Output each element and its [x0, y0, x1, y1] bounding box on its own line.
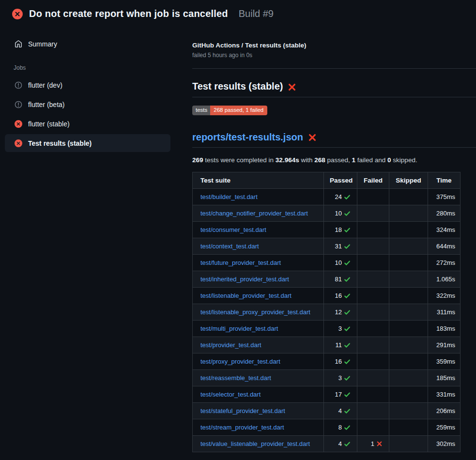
report-file-link[interactable]: reports/test-results.json: [192, 132, 303, 143]
table-row: test/change_notifier_provider_test.dart …: [193, 205, 461, 221]
passed-value: 31: [335, 243, 342, 250]
table-row: test/consumer_test.dart 18 324ms: [193, 221, 461, 238]
test-suite-link[interactable]: test/provider_test.dart: [200, 341, 261, 349]
sidebar-item-flutter-stable[interactable]: flutter (stable): [5, 115, 170, 133]
check-icon: [344, 408, 351, 414]
column-header-time: Time: [428, 172, 461, 188]
total-count: 269: [192, 156, 203, 164]
passed-cell-content: 4: [338, 440, 351, 447]
table-row: test/inherited_provider_test.dart 81 1.0…: [193, 271, 461, 287]
failed-x-icon: [288, 83, 296, 92]
summary-text: failed and: [355, 156, 387, 164]
check-icon: [344, 391, 351, 398]
check-icon: [344, 342, 351, 349]
jobs-list: flutter (dev) flutter (beta) flutter (st…: [5, 76, 170, 152]
test-suite-link[interactable]: test/stream_provider_test.dart: [200, 424, 284, 431]
table-row: test/reassemble_test.dart 3 185ms: [193, 369, 461, 386]
test-suite-link[interactable]: test/proxy_provider_test.dart: [200, 358, 280, 365]
check-icon: [344, 309, 351, 316]
test-suite-link[interactable]: test/builder_test.dart: [200, 193, 258, 200]
check-icon: [344, 260, 351, 266]
time-value: 1.065s: [428, 271, 461, 287]
x-circle-fill-icon: [12, 9, 23, 19]
passed-cell-content: 81: [335, 276, 351, 283]
check-icon: [344, 358, 351, 365]
test-suite-link[interactable]: test/listenable_provider_test.dart: [200, 292, 292, 299]
badge-value: 268 passed, 1 failed: [210, 106, 267, 115]
passed-value: 10: [335, 259, 342, 266]
neutral-status-icon: [15, 81, 22, 89]
check-icon: [344, 194, 351, 200]
time-value: 280ms: [428, 205, 461, 221]
test-suite-link[interactable]: test/future_provider_test.dart: [200, 259, 281, 266]
failed-value: 1: [371, 440, 374, 447]
check-icon: [344, 292, 351, 299]
passed-value: 12: [335, 308, 342, 316]
time-value: 183ms: [428, 320, 461, 337]
test-suite-link[interactable]: test/context_test.dart: [200, 243, 259, 250]
test-suite-link[interactable]: test/stateful_provider_test.dart: [200, 407, 285, 414]
passed-value: 24: [335, 193, 342, 200]
passed-value: 3: [338, 374, 342, 382]
passed-cell-content: 16: [335, 292, 351, 299]
passed-cell-content: 31: [335, 243, 351, 250]
summary-line: 269 tests were completed in 32.964s with…: [192, 156, 476, 164]
passed-value: 10: [335, 210, 342, 217]
check-icon: [344, 375, 351, 382]
table-row: test/builder_test.dart 24 375ms: [193, 188, 461, 205]
test-suite-link[interactable]: test/selector_test.dart: [200, 391, 261, 398]
sidebar-item-test-results-stable[interactable]: Test results (stable): [5, 134, 170, 152]
test-suite-link[interactable]: test/listenable_proxy_provider_test.dart: [200, 308, 310, 316]
failed-cell-content: 1: [371, 440, 383, 447]
passed-cell-content: 24: [335, 193, 351, 200]
report-heading: reports/test-results.json: [192, 132, 476, 148]
run-meta: failed 5 hours ago in 0s: [192, 52, 476, 59]
passed-cell-content: 18: [335, 226, 351, 233]
sidebar-item-flutter-dev[interactable]: flutter (dev): [5, 76, 170, 94]
column-header-test-suite: Test suite: [193, 172, 324, 188]
time-value: 311ms: [428, 304, 461, 320]
check-icon: [344, 424, 351, 431]
passed-cell-content: 10: [335, 259, 351, 266]
sidebar-item-label: Summary: [28, 40, 57, 48]
passed-value: 18: [335, 226, 342, 233]
sidebar-item-label: flutter (dev): [28, 81, 62, 89]
section-heading: Test results (stable): [192, 81, 476, 97]
test-suite-link[interactable]: test/change_notifier_provider_test.dart: [200, 210, 308, 217]
failed-count: 1: [352, 156, 356, 164]
test-suite-link[interactable]: test/consumer_test.dart: [200, 226, 266, 233]
x-circle-fill-icon: [15, 120, 22, 128]
passed-value: 11: [336, 341, 342, 349]
table-row: test/context_test.dart 31 644ms: [193, 238, 461, 254]
time-value: 206ms: [428, 402, 461, 419]
table-row: test/provider_test.dart 11 291ms: [193, 337, 461, 353]
duration: 32.964s: [276, 156, 299, 164]
test-suite-link[interactable]: test/value_listenable_provider_test.dart: [200, 440, 310, 447]
table-row: test/listenable_provider_test.dart 16 32…: [193, 287, 461, 304]
column-header-passed: Passed: [324, 172, 357, 188]
table-row: test/stateful_provider_test.dart 4 206ms: [193, 402, 461, 419]
test-suite-link[interactable]: test/reassemble_test.dart: [200, 374, 271, 382]
time-value: 272ms: [428, 254, 461, 271]
table-row: test/stream_provider_test.dart 8 259ms: [193, 419, 461, 435]
sidebar-item-summary[interactable]: Summary: [5, 35, 170, 53]
table-row: test/future_provider_test.dart 10 272ms: [193, 254, 461, 271]
summary-text: skipped.: [391, 156, 417, 164]
sidebar-item-flutter-beta[interactable]: flutter (beta): [5, 95, 170, 113]
main-content: GitHub Actions / Test results (stable) f…: [175, 26, 476, 452]
time-value: 331ms: [428, 386, 461, 402]
passed-value: 4: [338, 440, 342, 447]
neutral-status-icon: [15, 101, 22, 108]
passed-value: 81: [335, 276, 342, 283]
passed-value: 3: [338, 325, 342, 332]
test-suite-link[interactable]: test/inherited_provider_test.dart: [200, 276, 289, 283]
table-row: test/multi_provider_test.dart 3 183ms: [193, 320, 461, 337]
tests-status-badge: tests 268 passed, 1 failed: [192, 106, 267, 115]
results-table: Test suite Passed Failed Skipped Time te…: [192, 172, 461, 452]
test-suite-link[interactable]: test/multi_provider_test.dart: [200, 325, 278, 332]
results-table-body: test/builder_test.dart 24 375ms test/cha…: [193, 188, 461, 452]
sidebar-item-label: Test results (stable): [28, 139, 92, 147]
passed-cell-content: 11: [336, 341, 351, 349]
check-icon: [344, 210, 351, 217]
passed-value: 4: [338, 407, 342, 414]
